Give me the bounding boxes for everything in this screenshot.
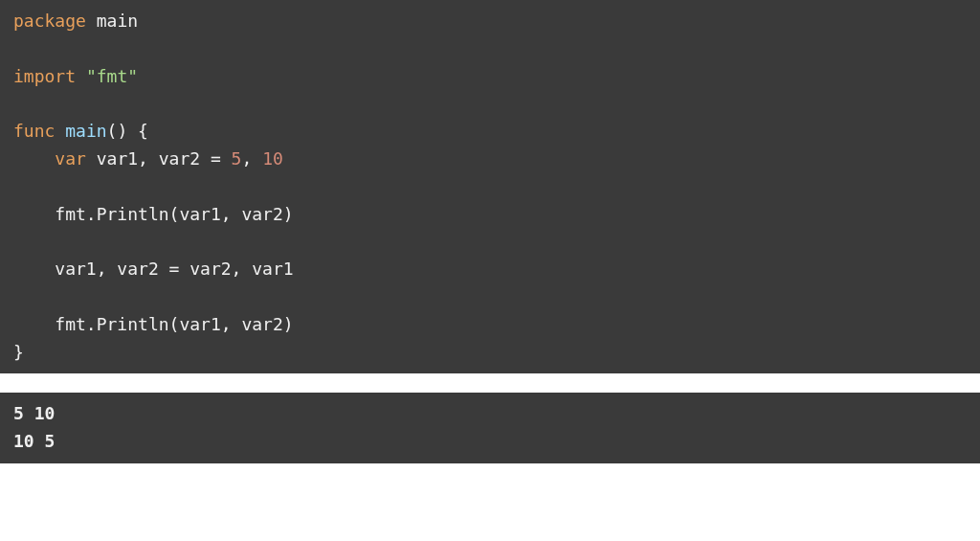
func-name: main <box>65 121 106 141</box>
package-name <box>86 11 97 31</box>
output-line: 5 10 <box>13 403 55 423</box>
code-line: fmt.Println(var1, var2) <box>13 204 294 224</box>
import-string: "fmt" <box>86 66 138 86</box>
var-decl: var1, var2 = <box>86 148 232 169</box>
keyword-func: func <box>13 121 55 141</box>
code-line: fmt.Println(var1, var2) <box>13 314 294 334</box>
output-console: 5 10 10 5 <box>0 393 980 463</box>
keyword-var: var <box>55 148 86 169</box>
close-brace: } <box>13 342 24 362</box>
code-line: var1, var2 = var2, var1 <box>13 259 294 279</box>
output-line: 10 5 <box>13 431 55 451</box>
code-editor[interactable]: package main import "fmt" func main() { … <box>0 0 980 373</box>
number-literal: 5 <box>232 148 242 169</box>
panel-separator <box>0 373 980 393</box>
keyword-import: import <box>13 66 76 86</box>
keyword-package: package <box>13 11 86 31</box>
func-open: () { <box>107 121 148 141</box>
number-literal: 10 <box>262 148 283 169</box>
